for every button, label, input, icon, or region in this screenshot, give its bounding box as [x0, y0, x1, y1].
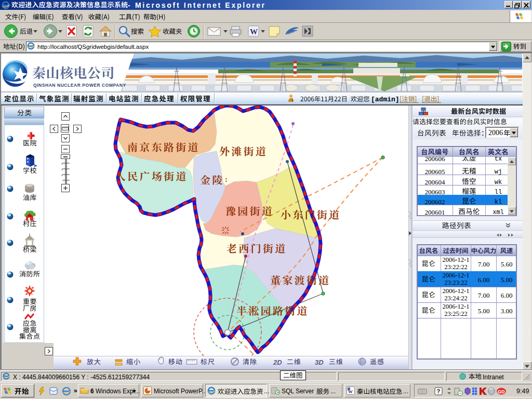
- svg-text:?: ?: [437, 388, 441, 394]
- svg-text:GD: GD: [498, 389, 505, 394]
- svg-text:W: W: [348, 389, 353, 394]
